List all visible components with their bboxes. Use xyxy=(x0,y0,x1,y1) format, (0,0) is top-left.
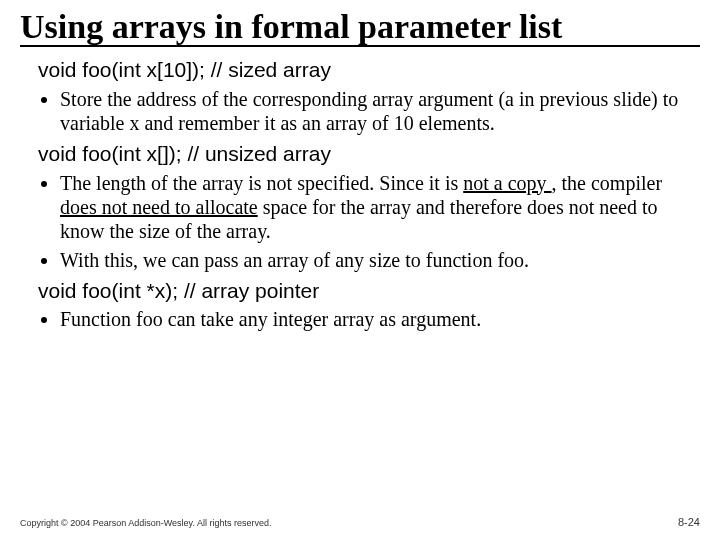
bullet-text: With this, we can pass an array of any s… xyxy=(60,249,529,271)
section-heading-unsized: void foo(int x[]); // unsized array xyxy=(38,141,700,166)
section-heading-pointer: void foo(int *x); // array pointer xyxy=(38,278,700,303)
list-item: With this, we can pass an array of any s… xyxy=(60,248,700,272)
bullet-text: Function foo can take any integer array … xyxy=(60,308,481,330)
section-heading-sized: void foo(int x[10]); // sized array xyxy=(38,57,700,82)
list-item: Function foo can take any integer array … xyxy=(60,307,700,331)
emphasis-no-allocate: does not need to allocate xyxy=(60,196,258,218)
copyright-text: Copyright © 2004 Pearson Addison-Wesley.… xyxy=(20,518,271,528)
bullet-text: Store the address of the corresponding a… xyxy=(60,88,678,134)
list-item: The length of the array is not specified… xyxy=(60,171,700,244)
slide: Using arrays in formal parameter list vo… xyxy=(0,0,720,540)
list-item: Store the address of the corresponding a… xyxy=(60,87,700,136)
footer: Copyright © 2004 Pearson Addison-Wesley.… xyxy=(20,516,700,528)
bullet-list: The length of the array is not specified… xyxy=(38,171,700,273)
emphasis-not-a-copy: not a copy xyxy=(463,172,551,194)
bullet-list: Store the address of the corresponding a… xyxy=(38,87,700,136)
slide-title: Using arrays in formal parameter list xyxy=(20,8,700,47)
bullet-text: , the compiler xyxy=(552,172,663,194)
page-number: 8-24 xyxy=(678,516,700,528)
bullet-list: Function foo can take any integer array … xyxy=(38,307,700,331)
bullet-text: The length of the array is not specified… xyxy=(60,172,463,194)
